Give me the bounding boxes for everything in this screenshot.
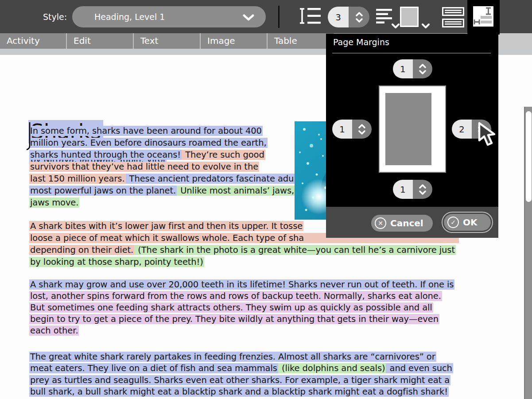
cancel-x-icon: ✕ [375, 217, 386, 229]
margin-top-stepper[interactable] [413, 59, 433, 78]
dialog-button-strip: ✕ Cancel ✓ OK [326, 207, 498, 238]
tab-image[interactable]: Image [201, 33, 268, 49]
highlighted-text-segment: But sometimes one feeding shark attracts… [29, 302, 433, 313]
dialog-title: Page Margins [333, 37, 389, 47]
spin-up-icon[interactable] [419, 64, 426, 68]
spin-up-icon[interactable] [356, 12, 363, 16]
text-line[interactable]: each other. [29, 325, 79, 336]
text-line[interactable]: In some form, sharks have been around fo… [29, 125, 263, 136]
tab-text[interactable]: Text [134, 33, 201, 49]
margin-preview-content [385, 93, 431, 165]
scrollbar-thumb[interactable] [526, 111, 532, 202]
ok-check-icon: ✓ [447, 217, 459, 228]
text-line[interactable]: begin to try to get a piece of the prey.… [29, 314, 439, 325]
text-line[interactable]: million years. Even before dinosaurs roa… [29, 137, 268, 148]
highlighted-text-segment: They’re such good [182, 150, 265, 160]
highlighted-text-segment: bull shark, a bull shark might eat a bla… [29, 387, 449, 397]
spin-down-icon[interactable] [358, 130, 365, 135]
highlighted-text-segment: million years. Even before dinosaurs roa… [29, 138, 268, 148]
highlighted-text-segment: (like dolphins and seals) [278, 363, 386, 373]
main-toolbar: Style: Heading, Level 1 3 [0, 0, 532, 33]
text-line[interactable]: meat eaters. They live on a diet of fish… [29, 363, 453, 374]
spin-up-icon[interactable] [419, 184, 426, 189]
tab-table[interactable]: Table [268, 33, 334, 49]
style-label: Style: [43, 12, 67, 22]
spin-down-icon[interactable] [356, 18, 363, 23]
chevron-down-icon [243, 14, 254, 21]
tab-edit[interactable]: Edit [67, 33, 134, 49]
highlighted-text-segment: lost, another spins forward from the row… [29, 291, 442, 301]
tab-activity[interactable]: Activity [0, 33, 67, 49]
cancel-button[interactable]: ✕ Cancel [371, 215, 433, 232]
margin-bottom-stepper[interactable] [413, 180, 433, 199]
highlighted-text-segment: and even such [386, 363, 453, 373]
line-spacing-stepper[interactable] [349, 7, 369, 27]
margin-right-value: 2 [452, 120, 472, 139]
text-alignment-icon[interactable] [376, 8, 393, 24]
highlighted-text-segment: each other. [29, 325, 79, 336]
margin-right-spinner[interactable]: 2 [452, 120, 491, 139]
vertical-scrollbar[interactable] [524, 107, 532, 399]
text-line[interactable]: But sometimes one feeding shark attracts… [29, 302, 433, 313]
text-line[interactable]: The great white shark rarely partakes in… [29, 351, 436, 362]
text-line[interactable]: prey as turtles and seagulls. Sharks eve… [29, 375, 450, 386]
line-spacing-value: 3 [328, 7, 349, 27]
alignment-chevron-down-icon[interactable] [392, 23, 400, 29]
text-line[interactable]: A shark bites with it’s lower jaw first … [29, 221, 303, 232]
highlighted-text-segment: survivors that they’ve had little need t… [29, 162, 259, 172]
style-dropdown-value: Heading, Level 1 [94, 12, 165, 22]
style-dropdown[interactable]: Heading, Level 1 [72, 6, 266, 27]
margin-bottom-spinner[interactable]: 1 [393, 180, 432, 199]
dialog-title-rule [332, 53, 491, 54]
highlighted-text-segment: begin to try to get a piece of the prey.… [29, 314, 439, 324]
page-orientation-icon[interactable] [400, 7, 419, 27]
margin-right-stepper[interactable] [472, 120, 492, 139]
spin-down-icon[interactable] [419, 70, 426, 74]
text-line[interactable]: survivors that they’ve had little need t… [29, 161, 259, 172]
line-spacing-spinner[interactable]: 3 [328, 7, 369, 27]
spin-down-icon[interactable] [478, 130, 485, 135]
ok-button-label: OK [463, 217, 478, 228]
highlighted-text-segment: In some form, sharks have been around fo… [29, 126, 263, 136]
highlighted-text-segment: jaws move. [29, 198, 79, 208]
spin-down-icon[interactable] [419, 190, 426, 195]
highlighted-text-segment: These ancient predators fascinate adults [126, 174, 305, 184]
paragraph-spacing-icon[interactable] [442, 7, 465, 27]
highlighted-text-segment: Unlike most animals’ jaws, b [177, 186, 303, 196]
highlighted-text-segment: by looking at those sharp, pointy teeth!… [29, 257, 204, 267]
text-line[interactable]: last 150 million years. These ancient pr… [29, 173, 305, 184]
margin-preview-page [379, 85, 446, 173]
spin-up-icon[interactable] [358, 124, 365, 128]
highlighted-text-segment: sharks hunted through the oceans! [29, 150, 182, 160]
text-line[interactable]: by looking at those sharp, pointy teeth!… [29, 256, 204, 267]
highlighted-text-segment: prey as turtles and seagulls. Sharks eve… [29, 375, 450, 385]
margin-left-stepper[interactable] [352, 120, 372, 139]
margin-top-spinner[interactable]: 1 [393, 59, 432, 78]
text-line[interactable]: depending on their diet. (The shark in t… [29, 244, 456, 256]
margin-bottom-value: 1 [393, 180, 413, 199]
highlighted-text-segment: A shark bites with it’s lower jaw first … [29, 221, 303, 231]
text-line[interactable]: A shark may grow and use over 20,000 tee… [29, 279, 454, 290]
text-line[interactable]: lost, another spins forward from the row… [29, 291, 442, 302]
margin-left-spinner[interactable]: 1 [332, 120, 372, 139]
highlighted-text-segment: A shark may grow and use over 20,000 tee… [29, 279, 454, 290]
text-line[interactable]: most powerful jaws on the planet. Unlike… [29, 185, 303, 196]
cancel-button-label: Cancel [390, 218, 423, 229]
text-line[interactable]: bull shark, a bull shark might eat a bla… [29, 386, 449, 397]
text-line[interactable]: sharks hunted through the oceans! They’r… [29, 149, 265, 160]
margin-left-value: 1 [332, 120, 352, 139]
highlighted-text-segment: last 150 million years. [29, 174, 126, 184]
margin-top-value: 1 [393, 59, 413, 78]
app-window: Style: Heading, Level 1 3 [0, 0, 532, 399]
spin-up-icon[interactable] [478, 124, 485, 128]
ok-button[interactable]: ✓ OK [444, 214, 491, 231]
highlighted-text-segment: The great white shark rarely partakes in… [29, 352, 436, 362]
page-chevron-down-icon[interactable] [422, 23, 430, 29]
highlighted-text-segment: depending on their diet. [29, 245, 134, 255]
line-spacing-icon[interactable] [299, 7, 321, 25]
page-margins-icon[interactable] [473, 6, 493, 27]
page-margins-button-active[interactable] [467, 0, 500, 35]
text-line[interactable]: jaws move. [29, 197, 79, 208]
highlighted-text-segment: meat eaters. They live on a diet of fish… [29, 363, 278, 373]
page-margins-dialog: Page Margins 1121 ✕ Cancel ✓ OK [326, 34, 498, 238]
